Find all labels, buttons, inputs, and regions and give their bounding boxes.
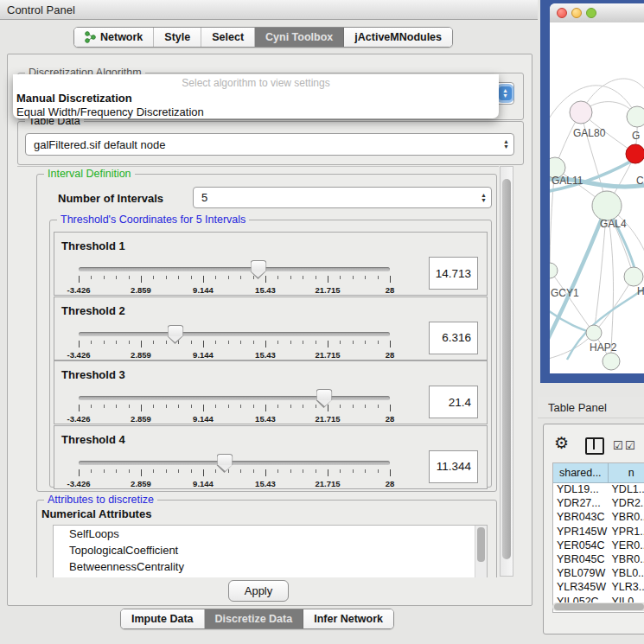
numerical-attributes-list[interactable]: SelfLoopsTopologicalCoefficientBetweenne… — [53, 525, 488, 577]
slider-tick-label: 28 — [386, 350, 395, 360]
cyni-mode-tabs: Impute Data Discretize Data Infer Networ… — [120, 609, 394, 629]
slider-thumb[interactable] — [217, 454, 233, 465]
cell-name[interactable]: YIL0... — [609, 596, 644, 603]
cell-shared-name[interactable]: YPR145W — [553, 526, 609, 538]
table-hscrollbar-thumb[interactable] — [554, 603, 644, 610]
slider-track[interactable] — [79, 396, 390, 400]
table-panel-titlebar: Table Panel — [538, 397, 644, 418]
threshold-slider[interactable]: -3.4262.8599.14415.4321.71528 — [79, 461, 390, 462]
table-row[interactable]: YDL19...YDL1... — [553, 482, 644, 496]
cell-shared-name[interactable]: YBR043C — [553, 511, 609, 523]
network-canvas[interactable]: GAL80GCGAL11GAL4GCY1HHAP2 — [550, 22, 644, 373]
network-node[interactable] — [603, 353, 620, 370]
table-row[interactable]: YLR345WYLR3... — [553, 580, 644, 594]
table-row[interactable]: YDR27...YDR2... — [553, 496, 644, 510]
tab-jactivemnodules[interactable]: jActiveMNodules — [344, 28, 452, 47]
cell-shared-name[interactable]: YBR045C — [553, 553, 609, 565]
cell-shared-name[interactable]: YDL19... — [553, 483, 609, 495]
threshold-value-field[interactable]: 21.4 — [429, 386, 478, 418]
column-header-name[interactable]: n — [609, 463, 644, 482]
attribute-list-item[interactable]: SelfLoops — [54, 526, 487, 542]
table-row[interactable]: YBR045CYBR0... — [553, 552, 644, 566]
network-node[interactable] — [626, 144, 644, 163]
tab-impute-data[interactable]: Impute Data — [121, 609, 205, 628]
cell-shared-name[interactable]: YER054C — [553, 539, 609, 552]
table-row[interactable]: YPR145WYPR1... — [553, 525, 644, 539]
cell-name[interactable]: YDR2... — [609, 497, 644, 509]
threshold-panel: Threshold 4-3.4262.8599.14415.4321.71528… — [54, 425, 488, 489]
table-row[interactable]: YIL052CYIL0... — [553, 595, 644, 603]
zoom-traffic-light-icon[interactable] — [586, 8, 596, 18]
table-horizontal-scrollbar[interactable] — [552, 603, 644, 611]
table-row[interactable]: YBL079WYBL0... — [553, 566, 644, 580]
threshold-panel: Threshold 1-3.4262.8599.14415.4321.71528… — [54, 232, 488, 296]
attribute-list-item[interactable]: TopologicalCoefficient — [54, 542, 487, 558]
threshold-label: Threshold 3 — [61, 368, 125, 381]
cell-name[interactable]: YER0... — [609, 539, 644, 552]
table-row[interactable]: YER054CYER0... — [553, 539, 644, 552]
network-node[interactable] — [627, 106, 644, 127]
tab-network[interactable]: Network — [74, 28, 154, 47]
settings-scrollbar-thumb[interactable] — [502, 179, 511, 559]
slider-track[interactable] — [79, 332, 390, 336]
tab-network-label: Network — [100, 31, 143, 43]
network-node-label: GAL4 — [600, 218, 627, 230]
cell-name[interactable]: YBR0... — [609, 511, 644, 523]
column-header-shared-name[interactable]: shared... — [553, 463, 609, 482]
tab-discretize-data[interactable]: Discretize Data — [205, 609, 304, 628]
threshold-slider[interactable]: -3.4262.8599.14415.4321.71528 — [79, 267, 390, 269]
tab-infer-network[interactable]: Infer Network — [303, 609, 393, 628]
cell-shared-name[interactable]: YLR345W — [553, 581, 609, 593]
threshold-value-field[interactable]: 6.316 — [429, 322, 478, 354]
attributes-scrollbar[interactable] — [475, 526, 487, 577]
slider-thumb[interactable] — [250, 260, 266, 271]
threshold-value-field[interactable]: 14.713 — [429, 257, 478, 290]
algorithm-option-manual[interactable]: Manual Discretization — [13, 89, 499, 105]
split-columns-icon[interactable] — [585, 437, 604, 455]
settings-vertical-scrollbar[interactable] — [500, 166, 513, 577]
numerical-attributes-label: Numerical Attributes — [41, 507, 151, 520]
threshold-slider[interactable]: -3.4262.8599.14415.4321.71528 — [79, 332, 390, 334]
apply-button[interactable]: Apply — [228, 580, 289, 602]
algorithm-option-equal-width[interactable]: Equal Width/Frequency Discretization — [13, 105, 499, 118]
combo-stepper-icon: ▲▼ — [499, 86, 512, 100]
threshold-value-field[interactable]: 11.344 — [429, 450, 478, 483]
threshold-slider[interactable]: -3.4262.8599.14415.4321.71528 — [79, 396, 390, 398]
slider-track[interactable] — [79, 461, 390, 465]
tab-style[interactable]: Style — [154, 28, 201, 47]
slider-ticks — [79, 276, 390, 284]
cell-name[interactable]: YPR1... — [609, 526, 644, 538]
table-data-combobox[interactable]: galFiltered.sif default node ▲▼ — [25, 133, 514, 156]
table-panel-body: ⚙ ☑ ☑ shared... n YDL19...YDL1...YDR27..… — [543, 424, 644, 634]
network-node[interactable] — [570, 101, 592, 124]
network-node[interactable] — [592, 191, 622, 220]
cell-name[interactable]: YDL1... — [609, 483, 644, 495]
tab-cyni-toolbox[interactable]: Cyni Toolbox — [255, 28, 344, 47]
node-attribute-table[interactable]: shared... n YDL19...YDL1...YDR27...YDR2.… — [552, 462, 644, 613]
slider-thumb[interactable] — [167, 325, 183, 336]
close-traffic-light-icon[interactable] — [557, 8, 567, 18]
attribute-list-item[interactable]: BetweennessCentrality — [54, 558, 487, 575]
network-node[interactable] — [624, 267, 643, 286]
attributes-scrollbar-thumb[interactable] — [477, 527, 485, 562]
cell-name[interactable]: YLR3... — [609, 581, 644, 593]
network-node[interactable] — [586, 325, 602, 341]
checkbox-icon[interactable]: ☑ — [613, 439, 623, 452]
slider-ticks — [79, 341, 390, 348]
slider-track[interactable] — [79, 267, 390, 271]
cell-shared-name[interactable]: YBL079W — [553, 567, 609, 579]
tab-select[interactable]: Select — [201, 28, 255, 47]
cell-shared-name[interactable]: YDR27... — [553, 497, 609, 509]
slider-tick-label: 15.43 — [255, 479, 276, 488]
network-node[interactable] — [550, 263, 558, 278]
cell-name[interactable]: YBR0... — [609, 553, 644, 565]
slider-thumb[interactable] — [316, 389, 333, 400]
minimize-traffic-light-icon[interactable] — [571, 8, 582, 18]
number-of-intervals-combobox[interactable]: 5 ▲▼ — [193, 187, 492, 208]
cell-name[interactable]: YBL0... — [609, 567, 644, 579]
table-row[interactable]: YBR043CYBR0... — [553, 510, 644, 524]
gear-icon[interactable]: ⚙ — [554, 433, 569, 453]
tab-infer-network-label: Infer Network — [314, 613, 383, 625]
checkbox-icon[interactable]: ☑ — [625, 439, 635, 452]
cell-shared-name[interactable]: YIL052C — [553, 596, 609, 603]
